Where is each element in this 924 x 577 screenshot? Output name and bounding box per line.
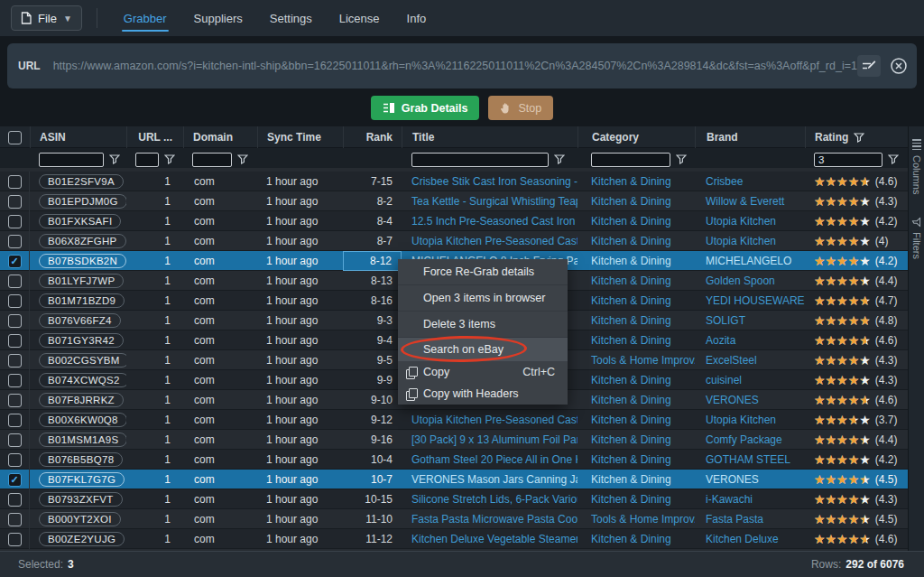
table-row[interactable]: B01EPDJM0G 1 com 1 hour ago 8-2 Tea Kett… <box>0 191 908 211</box>
brand-link[interactable]: GOTHAM STEEL <box>695 450 805 470</box>
column-header-brand[interactable]: Brand <box>695 126 805 148</box>
brand-link[interactable]: Willow & Everett <box>695 191 805 211</box>
column-header-sync-time[interactable]: Sync Time <box>257 126 343 148</box>
menu-item-search-on-ebay[interactable]: Search on eBay <box>398 338 568 361</box>
brand-link[interactable]: SOLIGT <box>695 311 805 330</box>
clear-url-icon[interactable] <box>887 55 910 77</box>
brand-link[interactable]: Kitchen Deluxe <box>695 529 805 549</box>
select-all-checkbox[interactable] <box>8 131 22 144</box>
rank-cell[interactable]: 8-7 <box>343 231 402 251</box>
rank-cell[interactable]: 9-3 <box>343 311 402 330</box>
rank-cell[interactable]: 10-15 <box>343 489 402 509</box>
filters-side-tab[interactable]: Filters <box>911 218 922 259</box>
menu-item-open-3-items-in-browser[interactable]: Open 3 items in browser <box>398 285 568 312</box>
tab-grabber[interactable]: Grabber <box>122 0 169 36</box>
row-checkbox[interactable] <box>8 493 22 507</box>
rank-cell[interactable]: 11-12 <box>343 529 402 549</box>
rank-cell[interactable]: 9-12 <box>343 410 402 430</box>
row-checkbox[interactable] <box>8 314 22 328</box>
edit-url-icon[interactable] <box>857 55 881 77</box>
filter-funnel-icon[interactable] <box>888 154 899 164</box>
table-row[interactable]: B00ZE2YUJG 1 com 1 hour ago 11-12 Kitche… <box>0 529 908 549</box>
tab-suppliers[interactable]: Suppliers <box>192 0 245 36</box>
category-link[interactable]: Kitchen & Dining <box>578 330 695 350</box>
table-row[interactable]: B01MSM1A9S 1 com 1 hour ago 9-16 [30 Pac… <box>0 430 908 450</box>
title-link[interactable]: VERONES Mason Jars Canning Jars, 4... <box>402 470 578 489</box>
column-header-domain[interactable]: Domain <box>183 126 257 148</box>
category-link[interactable]: Kitchen & Dining <box>578 470 695 489</box>
row-checkbox[interactable] <box>8 354 22 368</box>
tab-info[interactable]: Info <box>405 0 429 36</box>
title-link[interactable]: 12.5 Inch Pre-Seasoned Cast Iron Skill..… <box>402 211 578 231</box>
rank-cell[interactable]: 9-10 <box>343 390 402 410</box>
category-link[interactable]: Kitchen & Dining <box>578 231 695 251</box>
brand-link[interactable]: Utopia Kitchen <box>695 231 805 251</box>
menu-item-copy[interactable]: CopyCtrl+C <box>398 361 568 383</box>
tab-settings[interactable]: Settings <box>268 0 314 36</box>
table-row[interactable]: B076B5BQ78 1 com 1 hour ago 10-4 Gotham … <box>0 450 908 470</box>
brand-link[interactable]: VERONES <box>695 470 805 489</box>
row-checkbox[interactable] <box>8 533 22 546</box>
rank-cell[interactable]: 7-15 <box>343 172 402 191</box>
columns-side-tab[interactable]: Columns <box>911 139 922 194</box>
rank-cell[interactable]: 8-2 <box>343 191 402 211</box>
rank-cell[interactable]: 9-16 <box>343 430 402 450</box>
rank-cell[interactable]: 9-9 <box>343 370 402 390</box>
row-checkbox[interactable] <box>8 175 22 189</box>
brand-link[interactable]: i-Kawachi <box>695 489 805 509</box>
category-link[interactable]: Kitchen & Dining <box>578 251 695 271</box>
filter-funnel-icon[interactable] <box>164 154 175 164</box>
table-row[interactable]: ✓ B07FKL7G7G 1 com 1 hour ago 10-7 VERON… <box>0 470 908 489</box>
row-checkbox[interactable] <box>8 433 22 447</box>
rank-cell[interactable]: 9-4 <box>343 330 402 350</box>
brand-link[interactable]: MICHELANGELO <box>695 251 805 271</box>
stop-button[interactable]: Stop <box>488 96 553 120</box>
row-checkbox[interactable] <box>8 394 22 407</box>
rank-cell[interactable]: 10-4 <box>343 450 402 470</box>
filter-funnel-icon[interactable] <box>676 154 687 164</box>
row-checkbox[interactable] <box>8 275 22 288</box>
title-filter-input[interactable] <box>411 153 549 167</box>
category-link[interactable]: Kitchen & Dining <box>578 311 695 330</box>
asin-filter-input[interactable] <box>39 153 104 167</box>
title-link[interactable]: Utopia Kitchen Pre-Seasoned Cast Iro... <box>402 410 578 430</box>
brand-link[interactable]: YEDI HOUSEWARE <box>695 291 805 311</box>
rank-cell[interactable]: 10-7 <box>343 470 402 489</box>
title-link[interactable]: [30 Pack] 9 x 13 Aluminum Foil Pans ... <box>402 430 578 450</box>
brand-link[interactable]: Fasta Pasta <box>695 509 805 529</box>
brand-link[interactable]: VERONES <box>695 390 805 410</box>
category-link[interactable]: Kitchen & Dining <box>578 271 695 291</box>
column-header-category[interactable]: Category <box>578 126 695 148</box>
category-link[interactable]: Tools & Home Improv... <box>578 350 695 370</box>
brand-link[interactable]: Utopia Kitchen <box>695 410 805 430</box>
rank-cell[interactable]: 8-16 <box>343 291 402 311</box>
category-link[interactable]: Kitchen & Dining <box>578 191 695 211</box>
title-link[interactable]: Tea Kettle - Surgical Whistling Teapot .… <box>402 191 578 211</box>
rank-cell[interactable]: 9-5 <box>343 350 402 370</box>
brand-link[interactable]: Utopia Kitchen <box>695 211 805 231</box>
brand-link[interactable]: Aozita <box>695 330 805 350</box>
filter-funnel-icon[interactable] <box>554 154 565 164</box>
rank-cell[interactable]: 8-13 <box>343 271 402 291</box>
brand-link[interactable]: ExcelSteel <box>695 350 805 370</box>
brand-link[interactable]: Comfy Package <box>695 430 805 450</box>
url-filter-input[interactable] <box>135 153 159 167</box>
menu-item-force-re-grab-details[interactable]: Force Re-Grab details <box>398 259 568 285</box>
category-filter-input[interactable] <box>591 153 670 167</box>
category-link[interactable]: Kitchen & Dining <box>578 291 695 311</box>
column-header-rank[interactable]: Rank <box>343 126 402 148</box>
rating-filter-input[interactable] <box>814 153 882 167</box>
row-checkbox[interactable]: ✓ <box>8 255 22 268</box>
column-header-url[interactable]: URL ... <box>126 126 183 148</box>
domain-filter-input[interactable] <box>192 153 232 167</box>
brand-link[interactable]: cuisinel <box>695 370 805 390</box>
column-header-rating[interactable]: Rating <box>805 126 908 148</box>
filter-funnel-icon[interactable] <box>109 154 120 164</box>
column-header-title[interactable]: Title <box>402 126 578 148</box>
rank-cell[interactable]: 11-10 <box>343 509 402 529</box>
category-link[interactable]: Kitchen & Dining <box>578 390 695 410</box>
url-input[interactable] <box>53 60 857 72</box>
row-checkbox[interactable] <box>8 195 22 209</box>
category-link[interactable]: Kitchen & Dining <box>578 172 695 191</box>
table-row[interactable]: B06X8ZFGHP 1 com 1 hour ago 8-7 Utopia K… <box>0 231 908 251</box>
